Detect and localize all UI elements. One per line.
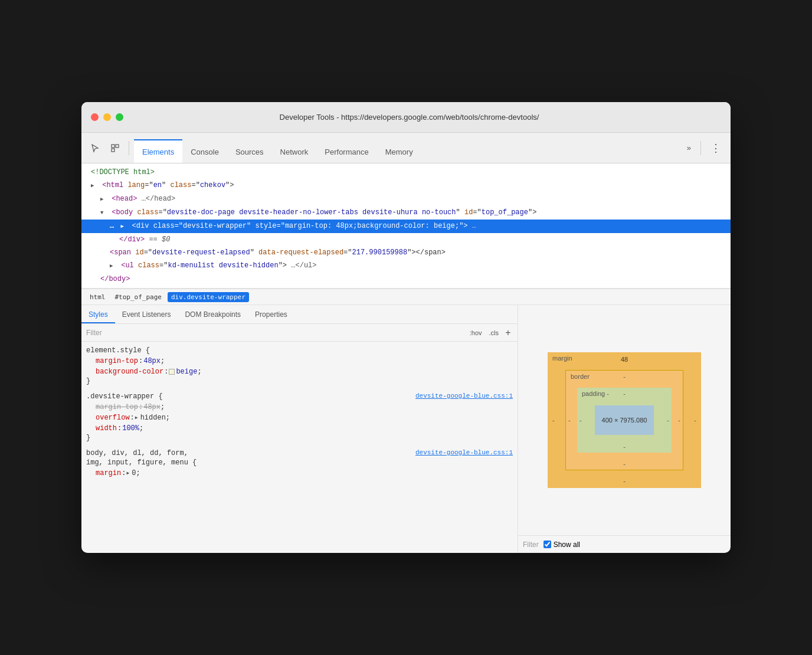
border-bottom-value: - bbox=[623, 460, 626, 467]
tab-event-listeners[interactable]: Event Listeners bbox=[115, 307, 178, 323]
margin-top-value: 48 bbox=[621, 356, 628, 363]
dom-line-div-close[interactable]: </div> == $0 bbox=[81, 233, 731, 246]
svg-rect-0 bbox=[112, 145, 114, 148]
box-model: margin 48 - - - border - - bbox=[548, 352, 701, 488]
css-rule-close-2: } bbox=[86, 434, 513, 442]
expand-ul-icon[interactable]: ▶ bbox=[110, 261, 117, 271]
dom-line-span[interactable]: <span id="devsite-request-elapsed" data-… bbox=[81, 246, 731, 259]
dom-line-doctype[interactable]: <!DOCTYPE html> bbox=[81, 166, 731, 179]
devtools-window: Developer Tools - https://developers.goo… bbox=[81, 102, 731, 553]
svg-rect-1 bbox=[116, 145, 119, 148]
dom-line-body[interactable]: ▼ <body class="devsite-doc-page devsite-… bbox=[81, 206, 731, 220]
border-label: border bbox=[571, 373, 590, 380]
toolbar-separator bbox=[129, 141, 129, 155]
devsite-wrapper-source[interactable]: devsite-google-blue.css:1 bbox=[415, 392, 513, 401]
padding-bottom-value: - bbox=[623, 443, 626, 450]
show-all-label: Show all bbox=[554, 541, 580, 549]
filter-placeholder: Filter bbox=[86, 329, 464, 337]
padding-right-value: - bbox=[667, 417, 669, 424]
styles-content: element.style { margin-top : 48px ; back… bbox=[81, 342, 518, 553]
window-title: Developer Tools - https://developers.goo… bbox=[97, 113, 721, 122]
element-style-selector: element.style { bbox=[86, 346, 150, 355]
margin-left-value: - bbox=[552, 417, 555, 424]
css-rule-element-style: element.style { margin-top : 48px ; back… bbox=[86, 346, 513, 385]
dom-line-ul[interactable]: ▶ <ul class="kd-menulist devsite-hidden"… bbox=[81, 259, 731, 273]
filter-bar: Filter :hov .cls + bbox=[81, 324, 518, 342]
cursor-icon[interactable] bbox=[86, 139, 104, 157]
tab-console[interactable]: Console bbox=[182, 140, 227, 163]
padding-top-value: - bbox=[623, 390, 626, 397]
margin-arrow-icon: ▶ bbox=[126, 468, 129, 479]
expand-body-icon[interactable]: ▼ bbox=[100, 208, 107, 218]
more-tabs-button[interactable]: » bbox=[682, 141, 696, 155]
breadcrumb-div[interactable]: div.devsite-wrapper bbox=[168, 292, 249, 302]
body-div-selector: body, div, dl, dd, form, bbox=[86, 449, 188, 457]
breadcrumb-bar: html #top_of_page div.devsite-wrapper bbox=[81, 289, 731, 305]
dom-line-head[interactable]: ▶ <head> …</head> bbox=[81, 192, 731, 206]
filter-bottom-label: Filter bbox=[523, 541, 539, 549]
dom-line-div-wrapper[interactable]: … ▶ <div class="devsite-wrapper" style="… bbox=[81, 220, 731, 233]
dom-line-body-close[interactable]: </body> bbox=[81, 273, 731, 286]
tab-sources[interactable]: Sources bbox=[227, 140, 272, 163]
box-model-container: margin 48 - - - border - - bbox=[518, 305, 731, 535]
border-right-value: - bbox=[678, 417, 680, 424]
filter-actions: :hov .cls + bbox=[467, 328, 513, 338]
hov-button[interactable]: :hov bbox=[467, 329, 484, 337]
title-bar: Developer Tools - https://developers.goo… bbox=[81, 102, 731, 133]
devtools-menu-button[interactable]: ⋮ bbox=[706, 139, 726, 157]
overflow-arrow-icon: ▶ bbox=[135, 412, 138, 423]
filter-bottom-bar: Filter Show all bbox=[518, 535, 731, 553]
border-top-value: - bbox=[623, 373, 626, 380]
content-size: 400 × 7975.080 bbox=[602, 417, 647, 424]
expand-head-icon[interactable]: ▶ bbox=[100, 194, 107, 205]
breadcrumb-html[interactable]: html bbox=[86, 292, 109, 302]
body-div-source[interactable]: devsite-google-blue.css:1 bbox=[415, 449, 513, 457]
css-prop-background-color: background-color : beige ; bbox=[86, 366, 513, 377]
devtools-toolbar: Elements Console Sources Network Perform… bbox=[81, 133, 731, 163]
css-rule-close-1: } bbox=[86, 377, 513, 385]
css-prop-margin-top-2: margin-top : 48px ; bbox=[86, 402, 513, 412]
styles-panel: Styles Event Listeners DOM Breakpoints P… bbox=[81, 305, 518, 553]
show-all-checkbox[interactable] bbox=[543, 541, 551, 548]
tab-dom-breakpoints[interactable]: DOM Breakpoints bbox=[178, 307, 248, 323]
box-model-panel: margin 48 - - - border - - bbox=[518, 305, 731, 553]
dom-tree-panel: <!DOCTYPE html> ▶ <html lang="en" class=… bbox=[81, 163, 731, 289]
expand-div-icon[interactable]: ▶ bbox=[120, 221, 127, 232]
cls-button[interactable]: .cls bbox=[487, 329, 502, 337]
expand-html-icon[interactable]: ▶ bbox=[91, 181, 98, 191]
dom-line-html[interactable]: ▶ <html lang="en" class="chekov"> bbox=[81, 179, 731, 192]
padding-label: padding - bbox=[582, 390, 609, 397]
margin-label: margin bbox=[552, 355, 572, 362]
tab-elements[interactable]: Elements bbox=[134, 139, 182, 163]
add-style-button[interactable]: + bbox=[503, 328, 513, 338]
lower-panel: Styles Event Listeners DOM Breakpoints P… bbox=[81, 305, 731, 553]
tab-network[interactable]: Network bbox=[272, 140, 317, 163]
beige-color-swatch[interactable] bbox=[169, 369, 175, 375]
margin-bottom-value: - bbox=[623, 477, 626, 484]
css-prop-width: width : 100% ; bbox=[86, 423, 513, 434]
tab-memory[interactable]: Memory bbox=[377, 140, 421, 163]
tab-performance[interactable]: Performance bbox=[316, 140, 376, 163]
toolbar-sep-2 bbox=[700, 141, 701, 155]
show-all-checkbox-item: Show all bbox=[543, 541, 580, 549]
border-left-value: - bbox=[568, 417, 571, 424]
inspector-icon[interactable] bbox=[106, 139, 124, 157]
devsite-wrapper-selector: .devsite-wrapper { bbox=[86, 392, 163, 401]
css-prop-margin: margin : ▶ 0 ; bbox=[86, 468, 513, 479]
panel-tabs: Styles Event Listeners DOM Breakpoints P… bbox=[81, 305, 518, 324]
margin-right-value: - bbox=[694, 417, 696, 424]
doctype-text: <!DOCTYPE html> bbox=[91, 168, 155, 176]
tab-styles[interactable]: Styles bbox=[81, 307, 115, 323]
padding-left-value: - bbox=[579, 417, 582, 424]
css-prop-margin-top-1: margin-top : 48px ; bbox=[86, 356, 513, 366]
css-rule-devsite-wrapper: .devsite-wrapper { devsite-google-blue.c… bbox=[86, 392, 513, 442]
tab-bar: Elements Console Sources Network Perform… bbox=[134, 133, 680, 163]
css-rule-body-div: body, div, dl, dd, form, devsite-google-… bbox=[86, 449, 513, 479]
box-model-content: 400 × 7975.080 bbox=[595, 405, 654, 435]
tab-properties[interactable]: Properties bbox=[248, 307, 294, 323]
css-prop-overflow: overflow : ▶ hidden ; bbox=[86, 412, 513, 423]
body-div-selector-2: img, input, figure, menu { bbox=[86, 458, 197, 467]
breadcrumb-top[interactable]: #top_of_page bbox=[112, 292, 165, 302]
html-tag: <html bbox=[102, 181, 123, 189]
svg-rect-2 bbox=[112, 149, 114, 152]
